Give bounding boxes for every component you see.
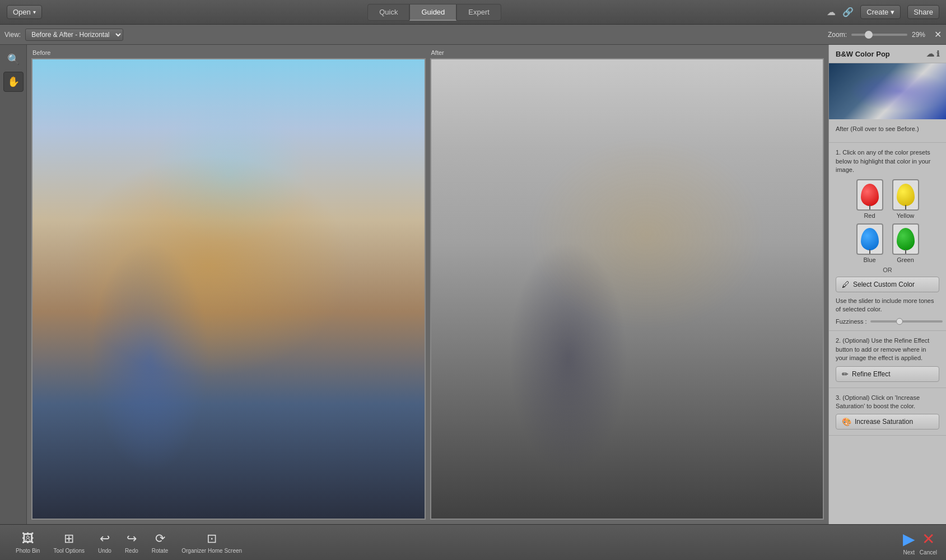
view-label: View:: [4, 31, 21, 39]
view-select[interactable]: Before & After - Horizontal Before Only …: [25, 29, 123, 41]
saturation-label: Increase Saturation: [855, 418, 913, 426]
preset-green-icon: [892, 223, 919, 255]
slider-description: Use the slider to include more tones of …: [836, 297, 939, 314]
step2-text: 2. (Optional) Use the Refine Effect butt…: [836, 337, 939, 362]
preset-green[interactable]: Green: [892, 223, 919, 263]
redo-label: Redo: [125, 548, 138, 554]
canvas-area: Before After: [27, 45, 828, 524]
undo-tool[interactable]: ↩ Undo: [91, 529, 118, 556]
rotate-icon: ⟳: [155, 531, 165, 546]
zoom-tool-button[interactable]: 🔍: [3, 49, 24, 69]
panel-title-text: B&W Color Pop: [836, 50, 890, 58]
step3-text: 3. (Optional) Click on 'Increase Saturat…: [836, 394, 939, 411]
increase-saturation-button[interactable]: 🎨 Increase Saturation: [836, 414, 939, 430]
redo-tool[interactable]: ↪ Redo: [118, 529, 145, 556]
share-button[interactable]: Share: [907, 5, 939, 19]
right-controls: ☁ 🔗 Create ▾ Share: [827, 5, 939, 19]
tool-options-tool[interactable]: ⊞ Tool Options: [46, 529, 91, 556]
step1-text: 1. Click on any of the color presets bel…: [836, 148, 939, 174]
next-arrow-icon: ▶: [903, 530, 915, 548]
after-image: [431, 59, 823, 519]
preset-blue-label: Blue: [863, 256, 875, 263]
hand-tool-button[interactable]: ✋: [3, 72, 24, 92]
undo-icon: ↩: [100, 531, 110, 546]
before-label: Before: [31, 49, 426, 56]
photo-bin-icon: 🖼: [22, 531, 34, 546]
panels-container: Before After: [27, 45, 828, 524]
title-icons: ☁ ℹ: [926, 49, 939, 58]
before-overlay: [32, 59, 425, 519]
preset-yellow[interactable]: Yellow: [892, 179, 919, 219]
refine-effect-button[interactable]: ✏ Refine Effect: [836, 366, 939, 382]
right-panel-title: B&W Color Pop ☁ ℹ: [829, 45, 946, 63]
organizer-label: Organizer Home Screen: [181, 548, 242, 554]
preset-red-icon: [856, 179, 883, 211]
saturation-icon: 🎨: [842, 417, 851, 426]
close-icon[interactable]: ✕: [934, 29, 942, 40]
pencil-icon: ✏: [842, 370, 849, 379]
mode-tabs: Quick Guided Expert: [367, 4, 501, 21]
cancel-label: Cancel: [920, 549, 937, 556]
preview-thumbnail: [829, 63, 946, 119]
preset-blue[interactable]: Blue: [856, 223, 883, 263]
preset-red-label: Red: [864, 212, 875, 219]
preset-blue-icon: [856, 223, 883, 255]
rotate-label: Rotate: [152, 548, 168, 554]
next-label: Next: [903, 549, 915, 556]
after-panel: After: [430, 49, 824, 520]
step2-section: 2. (Optional) Use the Refine Effect butt…: [829, 331, 946, 388]
step1-section: 1. Click on any of the color presets bel…: [829, 143, 946, 331]
fuzziness-slider[interactable]: [870, 320, 943, 323]
preset-yellow-icon: [892, 179, 919, 211]
cancel-x-icon: ✕: [922, 530, 935, 548]
open-dropdown-arrow: ▾: [33, 9, 36, 15]
before-panel: Before: [31, 49, 426, 520]
after-overlay: [431, 59, 823, 519]
cancel-button[interactable]: ✕ Cancel: [920, 530, 937, 556]
create-dropdown-arrow: ▾: [891, 8, 894, 16]
help-icon[interactable]: ☁: [926, 49, 934, 58]
color-presets-row2: Blue Green: [836, 223, 939, 263]
tool-options-label: Tool Options: [53, 548, 85, 554]
custom-color-label: Select Custom Color: [853, 281, 915, 288]
tab-quick[interactable]: Quick: [367, 4, 409, 21]
link-icon[interactable]: 🔗: [842, 7, 854, 17]
topbar: Open ▾ Quick Guided Expert ☁ 🔗 Create ▾ …: [0, 0, 946, 25]
organizer-icon: ⊡: [207, 531, 217, 546]
open-button[interactable]: Open ▾: [7, 5, 42, 19]
yellow-balloon: [897, 184, 915, 206]
preset-red[interactable]: Red: [856, 179, 883, 219]
preset-green-label: Green: [897, 256, 914, 263]
cloud-icon[interactable]: ☁: [827, 7, 836, 17]
zoom-value: 29%: [912, 31, 925, 39]
zoom-slider[interactable]: [851, 34, 907, 36]
tab-expert[interactable]: Expert: [456, 4, 501, 21]
info-icon[interactable]: ℹ: [936, 49, 939, 58]
or-label: OR: [836, 267, 939, 273]
organizer-tool[interactable]: ⊡ Organizer Home Screen: [175, 529, 249, 556]
step3-section: 3. (Optional) Click on 'Increase Saturat…: [829, 388, 946, 436]
eyedropper-icon: 🖊: [842, 280, 850, 289]
zoom-controls: Zoom: 29% ✕: [828, 29, 942, 40]
green-balloon: [897, 228, 915, 250]
color-presets-row1: Red Yellow: [836, 179, 939, 219]
preset-yellow-label: Yellow: [897, 212, 914, 219]
zoom-label: Zoom:: [828, 31, 847, 39]
next-button[interactable]: ▶ Next: [903, 530, 915, 556]
red-balloon: [861, 184, 879, 206]
tab-guided[interactable]: Guided: [409, 4, 456, 21]
create-button[interactable]: Create ▾: [860, 5, 901, 19]
photo-bin-tool[interactable]: 🖼 Photo Bin: [9, 529, 46, 556]
toolbar-row: View: Before & After - Horizontal Before…: [0, 25, 946, 45]
rotate-tool[interactable]: ⟳ Rotate: [145, 529, 175, 556]
main-area: 🔍 ✋ Before After: [0, 45, 946, 524]
before-photo-frame: [31, 58, 426, 520]
left-sidebar: 🔍 ✋: [0, 45, 27, 524]
custom-color-button[interactable]: 🖊 Select Custom Color: [836, 277, 939, 292]
fuzziness-label: Fuzziness :: [836, 318, 867, 325]
blue-balloon: [861, 228, 879, 250]
tool-options-icon: ⊞: [64, 531, 74, 546]
bottom-right-controls: ▶ Next ✕ Cancel: [903, 530, 937, 556]
bottom-bar: 🖼 Photo Bin ⊞ Tool Options ↩ Undo ↪ Redo…: [0, 524, 946, 560]
fuzziness-row: Fuzziness :: [836, 318, 939, 325]
